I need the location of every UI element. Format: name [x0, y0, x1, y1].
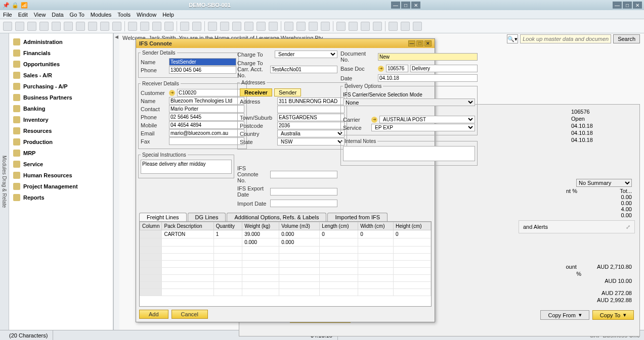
- grid-row[interactable]: [140, 261, 431, 268]
- menu-modules[interactable]: Modules: [91, 12, 112, 18]
- docno-input[interactable]: [378, 53, 478, 61]
- tab-imported[interactable]: Imported from IFS: [327, 213, 388, 221]
- addr-tab-sender[interactable]: Sender: [274, 88, 301, 96]
- carrier-link-icon[interactable]: ➜: [371, 117, 377, 123]
- country-select[interactable]: Australia: [277, 130, 345, 137]
- nav-bp[interactable]: Business Partners: [9, 92, 113, 103]
- tb-query-icon[interactable]: [336, 22, 346, 31]
- alerts-expand-icon[interactable]: ⤢: [626, 224, 630, 230]
- inner-close-icon[interactable]: ✕: [411, 2, 420, 9]
- tb-word-icon[interactable]: [76, 22, 85, 31]
- tb-preview-icon[interactable]: [3, 22, 12, 31]
- contact-input[interactable]: [169, 105, 244, 113]
- grid-row[interactable]: CARTON 1 39.000 0.000 0 0 0: [140, 230, 431, 238]
- tb-settings-icon[interactable]: [309, 22, 318, 31]
- grid-row[interactable]: [140, 289, 431, 296]
- app-signal-icon[interactable]: 📶: [20, 2, 28, 9]
- search-button[interactable]: Search: [613, 34, 640, 43]
- tb-payment-icon[interactable]: [244, 22, 253, 31]
- address2-input[interactable]: [277, 106, 345, 113]
- internal-notes-input[interactable]: [343, 146, 475, 161]
- app-pin-icon[interactable]: 📌: [2, 2, 10, 9]
- tb-layout-icon[interactable]: [284, 22, 293, 31]
- nav-sales[interactable]: Sales - A/R: [9, 70, 113, 81]
- outer-max-icon[interactable]: □: [623, 2, 632, 9]
- nav-opportunities[interactable]: Opportunities: [9, 59, 113, 70]
- tb-last-icon[interactable]: [164, 22, 174, 31]
- freight-grid[interactable]: Column Pack Description Quantity Weight …: [139, 222, 432, 307]
- add-button[interactable]: Add: [139, 310, 168, 319]
- tb-first-icon[interactable]: [128, 22, 137, 31]
- tab-freight-lines[interactable]: Freight Lines: [139, 213, 187, 221]
- tb-sms-icon[interactable]: [39, 22, 49, 31]
- tb-form-icon[interactable]: [296, 22, 306, 31]
- dialog-min-icon[interactable]: —: [408, 40, 415, 46]
- tb-pdf-icon[interactable]: [88, 22, 97, 31]
- grid-row[interactable]: [140, 282, 431, 289]
- nav-inventory[interactable]: Inventory: [9, 114, 113, 125]
- tb-calendar-icon[interactable]: [373, 22, 382, 31]
- customer-link-icon[interactable]: ➜: [169, 90, 175, 96]
- nav-production[interactable]: Production: [9, 136, 113, 148]
- nav-purchasing[interactable]: Purchasing - A/P: [9, 81, 113, 92]
- tb-help-icon[interactable]: [389, 22, 398, 31]
- menu-view[interactable]: View: [34, 12, 46, 18]
- town-input[interactable]: [277, 114, 345, 121]
- tb-alert-icon[interactable]: [349, 22, 358, 31]
- menu-window[interactable]: Window: [137, 12, 156, 18]
- sender-name-input[interactable]: [169, 58, 236, 66]
- dialog-titlebar[interactable]: IFS Connote — □ ✕: [136, 39, 435, 48]
- search-scope-icon[interactable]: 🔍▾: [507, 34, 518, 43]
- tb-prev-icon[interactable]: [140, 22, 149, 31]
- fax-input[interactable]: [169, 137, 244, 145]
- state-select[interactable]: NSW: [277, 138, 345, 145]
- ifs-export-input[interactable]: [270, 188, 337, 196]
- address-input[interactable]: [277, 98, 345, 105]
- tb-workflow-icon[interactable]: [361, 22, 370, 31]
- tb-next-icon[interactable]: [152, 22, 161, 31]
- sender-phone-input[interactable]: [169, 66, 236, 74]
- cancel-button[interactable]: Cancel: [171, 310, 208, 319]
- copy-to-button[interactable]: Copy To▾: [592, 310, 634, 320]
- tab-dg-lines[interactable]: DG Lines: [188, 213, 226, 221]
- nav-mrp[interactable]: MRP: [9, 148, 113, 159]
- dialog-close-icon[interactable]: ✕: [424, 40, 432, 46]
- date-input[interactable]: [378, 74, 478, 82]
- grid-row[interactable]: [140, 247, 431, 254]
- tb-email-icon[interactable]: [27, 22, 36, 31]
- nav-project[interactable]: Project Management: [9, 181, 113, 192]
- menu-goto[interactable]: Go To: [70, 12, 84, 18]
- menu-edit[interactable]: Edit: [18, 12, 28, 18]
- tab-additional[interactable]: Additional Options, Refs. & Labels: [227, 213, 326, 221]
- summary-select[interactable]: No Summary: [576, 179, 632, 187]
- outer-close-icon[interactable]: ✕: [633, 2, 642, 9]
- tb-print-icon[interactable]: [15, 22, 24, 31]
- dialog-max-icon[interactable]: □: [416, 40, 423, 46]
- nav-financials[interactable]: Financials: [9, 47, 113, 59]
- addr-tab-receiver[interactable]: Receiver: [240, 88, 272, 96]
- grid-row[interactable]: [140, 268, 431, 275]
- tb-base-icon[interactable]: [208, 22, 217, 31]
- basedoc-type-input[interactable]: [410, 65, 478, 72]
- tb-find-icon[interactable]: [112, 22, 121, 31]
- menu-help[interactable]: Help: [162, 12, 174, 18]
- basedoc-input[interactable]: [386, 65, 408, 72]
- tb-lock-icon[interactable]: [100, 22, 109, 31]
- menu-tools[interactable]: Tools: [117, 12, 131, 18]
- charge-acct-input[interactable]: [270, 66, 337, 73]
- email-input[interactable]: [169, 129, 244, 137]
- tb-filter-icon[interactable]: [180, 22, 189, 31]
- mobile-input[interactable]: [169, 121, 244, 129]
- import-date-input[interactable]: [270, 200, 337, 207]
- carrier-select[interactable]: AUSTRALIA POST: [379, 116, 475, 123]
- customer-input[interactable]: [177, 89, 244, 96]
- tb-volume-icon[interactable]: [269, 22, 278, 31]
- nav-resources[interactable]: Resources: [9, 125, 113, 136]
- menu-data[interactable]: Data: [52, 12, 63, 18]
- nav-hr[interactable]: Human Resources: [9, 170, 113, 181]
- selection-mode-select[interactable]: None: [343, 99, 475, 106]
- tb-translate-icon[interactable]: [321, 22, 330, 31]
- receiver-phone-input[interactable]: [169, 113, 244, 121]
- postcode-input[interactable]: [277, 122, 345, 129]
- tb-journal-icon[interactable]: [232, 22, 241, 31]
